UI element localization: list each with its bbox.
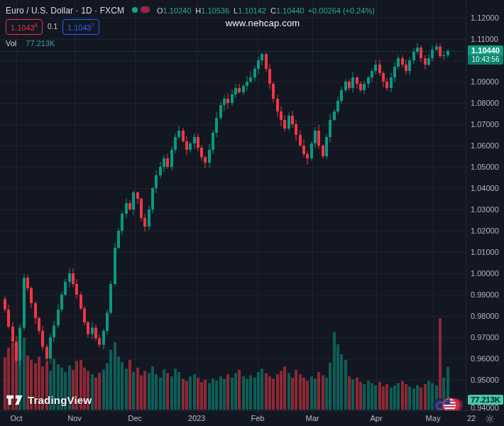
high-value: 1.10536 xyxy=(201,6,229,15)
price-axis-label: 0.96000 xyxy=(471,354,499,363)
price-axis-label: 1.01000 xyxy=(471,248,499,256)
time-axis-label: Nov xyxy=(67,414,82,422)
price-axis-label: 0.98000 xyxy=(471,312,499,320)
price-axis-label: 1.02000 xyxy=(471,226,499,235)
price-axis[interactable]: 1.10440 10:43:56 77.213K 1.120001.110001… xyxy=(466,0,504,410)
tradingview-logo-icon xyxy=(6,394,23,406)
symbol-title[interactable]: Euro / U.S. Dollar · 1D · FXCM xyxy=(6,6,124,16)
price-axis-label: 0.99000 xyxy=(471,290,499,299)
close-value: 1.10440 xyxy=(276,6,305,15)
time-axis-label: Mar xyxy=(306,414,319,422)
buy-ask-button[interactable]: 1.10437 xyxy=(62,19,99,35)
price-axis-label: 1.11000 xyxy=(471,35,498,43)
price-axis-label: 1.03000 xyxy=(471,205,499,214)
sell-bid-button[interactable]: 1.10436 xyxy=(6,19,43,35)
bid-sup-digit: 6 xyxy=(35,22,38,28)
price-axis-label: 1.04000 xyxy=(471,184,499,192)
ohlc-values: O1.10240H1.10536L1.10142C1.10440+0.00264… xyxy=(157,6,375,15)
current-price-value: 1.10440 xyxy=(468,45,503,55)
bar-countdown: 10:43:56 xyxy=(468,55,503,65)
volume-legend: Vol 77.213K xyxy=(6,39,55,48)
price-axis-label: 1.07000 xyxy=(471,120,499,129)
price-axis-label: 1.00000 xyxy=(471,269,499,278)
close-label: C xyxy=(270,6,276,15)
low-value: 1.10142 xyxy=(238,6,266,15)
tradingview-logo-text: TradingView xyxy=(28,394,92,406)
time-axis-label: Feb xyxy=(251,414,265,422)
volume-label: Vol xyxy=(6,39,16,48)
clock-text: 22 xyxy=(467,414,476,422)
time-axis[interactable]: 22 OctNovDec2023FebMarAprMay xyxy=(0,410,504,426)
toggle-red-dot xyxy=(141,6,150,13)
time-axis-label: 2023 xyxy=(188,414,205,422)
buy-sell-toggle[interactable] xyxy=(130,5,151,14)
time-axis-label: May xyxy=(426,414,441,422)
bid-ask-row: 1.10436 0.1 1.10437 xyxy=(6,19,99,35)
tradingview-chart-widget: { "header": { "symbol_title": "Euro / U.… xyxy=(0,0,504,426)
tradingview-logo[interactable]: TradingView xyxy=(6,394,92,406)
current-price-badge: 1.10440 10:43:56 xyxy=(468,45,503,65)
price-axis-label: 0.97000 xyxy=(471,333,499,342)
spread-label: 0.1 xyxy=(48,23,57,31)
price-axis-label: 0.95000 xyxy=(471,376,499,384)
time-axis-label: Dec xyxy=(128,414,142,422)
candlestick-chart-canvas[interactable] xyxy=(0,0,504,426)
ask-sup-digit: 7 xyxy=(92,22,94,28)
bid-value: 1.1043 xyxy=(11,23,35,32)
time-axis-label: Oct xyxy=(10,414,22,422)
volume-value: 77.213K xyxy=(26,39,55,48)
time-axis-label: Apr xyxy=(370,414,382,422)
toggle-green-dot xyxy=(132,7,138,13)
price-axis-label: 1.09000 xyxy=(471,77,499,86)
price-axis-label: 1.12000 xyxy=(471,13,499,22)
ask-value: 1.1043 xyxy=(67,23,92,32)
volume-axis-badge: 77.213K xyxy=(468,395,503,405)
open-label: O xyxy=(157,6,163,15)
chart-legend: Euro / U.S. Dollar · 1D · FXCMO1.10240H1… xyxy=(6,4,375,16)
open-value: 1.10240 xyxy=(163,6,192,15)
price-axis-label: 1.05000 xyxy=(471,163,499,171)
price-axis-label: 1.06000 xyxy=(471,141,499,150)
price-axis-label: 1.08000 xyxy=(471,99,499,107)
change-value: +0.00264 (+0.24%) xyxy=(308,6,375,15)
site-watermark-text: www.nehcap.com xyxy=(226,18,300,28)
gear-icon[interactable] xyxy=(484,413,495,425)
